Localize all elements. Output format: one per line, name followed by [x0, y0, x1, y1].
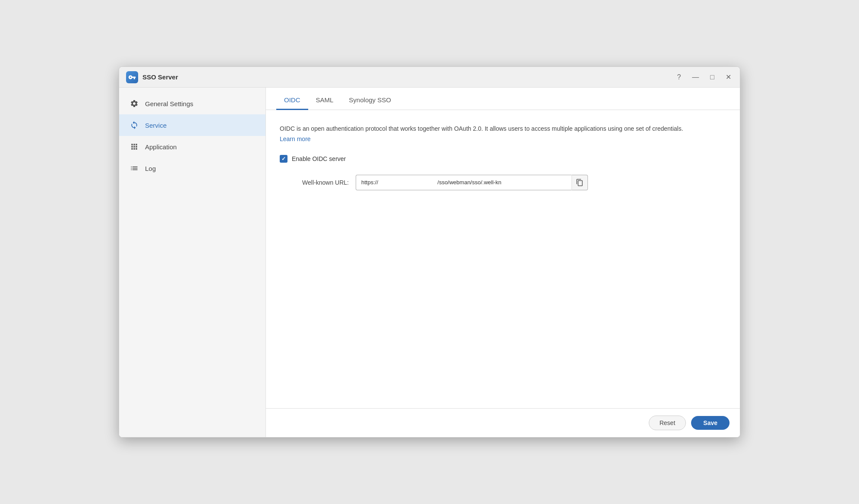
- titlebar-title: SSO Server: [142, 73, 178, 81]
- tab-saml[interactable]: SAML: [308, 91, 341, 110]
- sidebar-item-log[interactable]: Log: [119, 158, 265, 179]
- maximize-button[interactable]: □: [708, 73, 716, 82]
- enable-checkbox-row: Enable OIDC server: [280, 155, 726, 163]
- titlebar-controls: ? — □ ✕: [675, 73, 733, 82]
- sidebar-item-label: Service: [145, 122, 167, 129]
- learn-more-link[interactable]: Learn more: [280, 135, 311, 142]
- tab-oidc[interactable]: OIDC: [276, 91, 308, 110]
- close-button[interactable]: ✕: [724, 73, 733, 82]
- well-known-url-label: Well-known URL:: [280, 179, 349, 186]
- titlebar-left: SSO Server: [126, 71, 178, 83]
- sidebar-item-label: General Settings: [145, 100, 193, 107]
- sync-icon: [129, 120, 139, 130]
- copy-url-button[interactable]: [572, 175, 588, 190]
- sidebar-item-label: Application: [145, 143, 177, 151]
- sidebar: General Settings Service Application: [119, 88, 266, 437]
- sidebar-item-service[interactable]: Service: [119, 114, 265, 136]
- footer: Reset Save: [266, 408, 740, 437]
- titlebar: SSO Server ? — □ ✕: [119, 67, 740, 88]
- sidebar-item-general-settings[interactable]: General Settings: [119, 93, 265, 114]
- tab-synology-sso[interactable]: Synology SSO: [341, 91, 399, 110]
- sidebar-item-label: Log: [145, 165, 156, 172]
- well-known-url-input-group: [356, 175, 588, 190]
- list-icon: [129, 164, 139, 173]
- reset-button[interactable]: Reset: [649, 416, 686, 430]
- minimize-button[interactable]: —: [690, 73, 701, 82]
- enable-oidc-checkbox[interactable]: [280, 155, 287, 163]
- gear-icon: [129, 99, 139, 108]
- sidebar-item-application[interactable]: Application: [119, 136, 265, 158]
- well-known-url-row: Well-known URL:: [280, 175, 726, 190]
- content-body: OIDC is an open authentication protocol …: [266, 110, 740, 408]
- app-icon: [126, 71, 138, 83]
- main-layout: General Settings Service Application: [119, 88, 740, 437]
- help-button[interactable]: ?: [675, 73, 682, 82]
- app-window: SSO Server ? — □ ✕ General Settings: [119, 66, 740, 438]
- apps-icon: [129, 142, 139, 151]
- enable-oidc-label: Enable OIDC server: [292, 155, 346, 162]
- well-known-url-input[interactable]: [356, 175, 572, 190]
- oidc-description: OIDC is an open authentication protocol …: [280, 124, 694, 145]
- save-button[interactable]: Save: [691, 416, 730, 430]
- tab-bar: OIDC SAML Synology SSO: [266, 88, 740, 110]
- content-area: OIDC SAML Synology SSO OIDC is an open a…: [266, 88, 740, 437]
